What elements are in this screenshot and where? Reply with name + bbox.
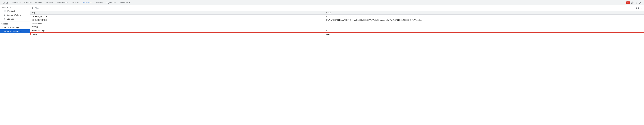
sidebar-section-storage: Storage <box>0 22 30 25</box>
chevron-right-icon: ▶ <box>2 35 3 35</box>
svg-rect-1 <box>8 2 8 4</box>
tab-sources[interactable]: Sources <box>33 0 44 5</box>
tab-lighthouse[interactable]: Lighthouse <box>105 0 118 5</box>
cell-key-highlighted: name <box>30 33 325 35</box>
svg-point-6 <box>636 3 636 4</box>
sidebar-item-local-storage-url[interactable]: ⊞ https://www.baidu... <box>0 29 30 33</box>
cell-value-highlighted: ivan <box>325 33 644 35</box>
cell-value: 0 <box>325 29 644 33</box>
service-workers-icon: ⚙ <box>4 14 6 16</box>
table-row[interactable]: wwwPassLogout 0 <box>30 29 644 33</box>
sidebar-item-session-storage-label: Session Storage <box>6 34 21 35</box>
cell-key: BASE64_BOTTAG <box>30 15 325 18</box>
cell-key: CVObj <box>30 25 325 29</box>
sidebar-section-application: Application <box>0 6 30 9</box>
tab-network[interactable]: Network <box>44 0 55 5</box>
table-row[interactable]: safeIconHis <box>30 22 644 25</box>
cell-value: [{"q":"c%2B%2Bmap%E7%94%A8%E6%B3%95","p"… <box>325 18 644 22</box>
settings-icon[interactable] <box>631 1 634 4</box>
devtools-tabbar: Elements Console Sources Network Perform… <box>0 0 644 6</box>
filter-input[interactable] <box>35 7 635 9</box>
col-header-value: Value <box>325 11 644 15</box>
more-icon[interactable] <box>635 1 638 4</box>
table-row[interactable]: BASE64_BOTTAG 0 <box>30 15 644 18</box>
tabbar-right: 20 <box>626 1 643 4</box>
manifest-icon: 📄 <box>4 10 6 12</box>
main-tabs: Elements Console Sources Network Perform… <box>10 0 132 5</box>
chevron-down-icon: ▼ <box>2 27 4 28</box>
toolbar-icons <box>1 0 10 5</box>
storage-table: Key Value BASE64_BOTTAG 0 BDSUGSTORED [{… <box>30 11 644 35</box>
svg-point-3 <box>632 2 633 3</box>
filter-no-icon[interactable] <box>636 6 639 10</box>
table-row[interactable]: CVObj <box>30 25 644 29</box>
sidebar-item-service-workers[interactable]: ⚙ Service Workers <box>0 13 30 17</box>
sidebar-item-local-storage-url-label: https://www.baidu... <box>7 30 24 32</box>
sidebar-item-local-storage[interactable]: ▼ ⊞ Local Storage <box>0 25 30 29</box>
inspect-icon[interactable] <box>2 1 5 4</box>
local-storage-icon: ⊞ <box>4 26 6 29</box>
refresh-icon[interactable]: ↻ <box>32 7 34 9</box>
cell-value: 0 <box>325 15 644 18</box>
cell-value <box>325 22 644 25</box>
main-area: Application 📄 Manifest ⚙ Service Workers… <box>0 6 644 35</box>
sidebar-item-manifest[interactable]: 📄 Manifest <box>0 9 30 13</box>
svg-point-5 <box>636 2 636 3</box>
sidebar-item-local-storage-label: Local Storage <box>7 26 19 29</box>
sidebar-item-session-storage[interactable]: ▶ ⊞ Session Storage <box>0 33 30 35</box>
cell-key: wwwPassLogout <box>30 29 325 33</box>
tab-security[interactable]: Security <box>94 0 105 5</box>
tab-performance[interactable]: Performance <box>55 0 70 5</box>
filter-bar: ↻ ✕ <box>30 6 644 11</box>
cell-key: safeIconHis <box>30 22 325 25</box>
sidebar-item-storage-label: Storage <box>7 18 14 20</box>
close-icon[interactable] <box>638 1 642 4</box>
sidebar-item-storage[interactable]: 🗄 Storage <box>0 17 30 21</box>
cell-key: BDSUGSTORED <box>30 18 325 22</box>
col-header-key: Key <box>30 11 325 15</box>
error-count-badge[interactable]: 20 <box>626 2 630 4</box>
storage-icon: 🗄 <box>4 18 6 20</box>
local-storage-url-icon: ⊞ <box>4 30 6 33</box>
device-icon[interactable] <box>6 1 9 4</box>
session-storage-icon: ⊞ <box>4 34 6 35</box>
tab-console[interactable]: Console <box>22 0 33 5</box>
tab-recorder[interactable]: Recorder ▲ <box>118 0 132 5</box>
sidebar-item-service-workers-label: Service Workers <box>7 14 21 16</box>
filter-clear-icon[interactable]: ✕ <box>640 7 642 10</box>
tab-memory[interactable]: Memory <box>70 0 81 5</box>
tab-application[interactable]: Application <box>81 0 94 5</box>
sidebar-item-manifest-label: Manifest <box>7 10 15 12</box>
table-row-highlighted[interactable]: name ivan <box>30 33 644 35</box>
table-row[interactable]: BDSUGSTORED [{"q":"c%2B%2Bmap%E7%94%A8%E… <box>30 18 644 22</box>
cell-value <box>325 25 644 29</box>
tab-elements[interactable]: Elements <box>10 0 22 5</box>
content-panel: ↻ ✕ Key Value B <box>30 6 644 35</box>
sidebar: Application 📄 Manifest ⚙ Service Workers… <box>0 6 30 35</box>
svg-point-4 <box>636 2 636 2</box>
